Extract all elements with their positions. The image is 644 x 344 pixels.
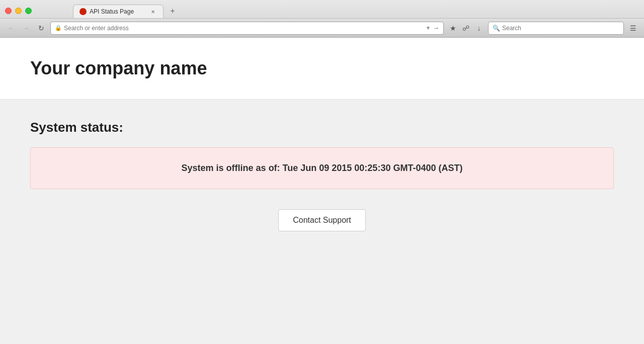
menu-button[interactable]: ☰ <box>627 22 639 34</box>
system-status-heading: System status: <box>30 120 614 135</box>
maximize-button[interactable] <box>25 8 32 14</box>
minimize-button[interactable] <box>15 8 22 14</box>
contact-support-button[interactable]: Contact Support <box>278 209 366 231</box>
contact-support-area: Contact Support <box>30 209 614 231</box>
dropdown-icon[interactable]: ▼ <box>426 25 431 31</box>
status-text: System is offline as of: Tue Jun 09 2015… <box>46 163 598 174</box>
tab-close-button[interactable]: ✕ <box>149 8 157 16</box>
page-content: Your company name System status: System … <box>0 38 644 344</box>
address-bar-input[interactable] <box>64 25 424 32</box>
close-button[interactable] <box>5 8 12 14</box>
download-button[interactable]: ↓ <box>473 22 485 34</box>
title-bar: API Status Page ✕ + <box>0 0 644 18</box>
company-name: Your company name <box>30 58 614 79</box>
tab-favicon <box>79 8 87 15</box>
browser-chrome: API Status Page ✕ + ← → ↻ 🔒 ▼ → ★ ☍ ↓ 🔍 … <box>0 0 644 38</box>
tabs-bar: API Status Page ✕ + <box>38 4 215 18</box>
new-tab-button[interactable]: + <box>166 4 180 18</box>
bookmark-button[interactable]: ★ <box>447 22 459 34</box>
reload-button[interactable]: ↻ <box>35 22 47 34</box>
main-content: System status: System is offline as of: … <box>0 100 644 251</box>
forward-button[interactable]: → <box>20 22 32 34</box>
go-button[interactable]: → <box>433 24 439 32</box>
address-bar-container: 🔒 ▼ → <box>50 22 444 35</box>
nav-right-buttons: ★ ☍ ↓ <box>447 22 485 34</box>
nav-bar: ← → ↻ 🔒 ▼ → ★ ☍ ↓ 🔍 ☰ <box>0 18 644 37</box>
status-banner: System is offline as of: Tue Jun 09 2015… <box>30 147 614 189</box>
lock-icon: 🔒 <box>55 25 62 31</box>
search-bar-container: 🔍 <box>488 22 624 35</box>
search-icon: 🔍 <box>493 25 500 32</box>
back-button[interactable]: ← <box>5 22 17 34</box>
active-tab[interactable]: API Status Page ✕ <box>73 5 164 18</box>
window-controls <box>5 8 32 14</box>
reader-view-button[interactable]: ☍ <box>460 22 472 34</box>
search-input[interactable] <box>502 25 619 32</box>
tab-title: API Status Page <box>90 8 146 15</box>
header-section: Your company name <box>0 38 644 100</box>
